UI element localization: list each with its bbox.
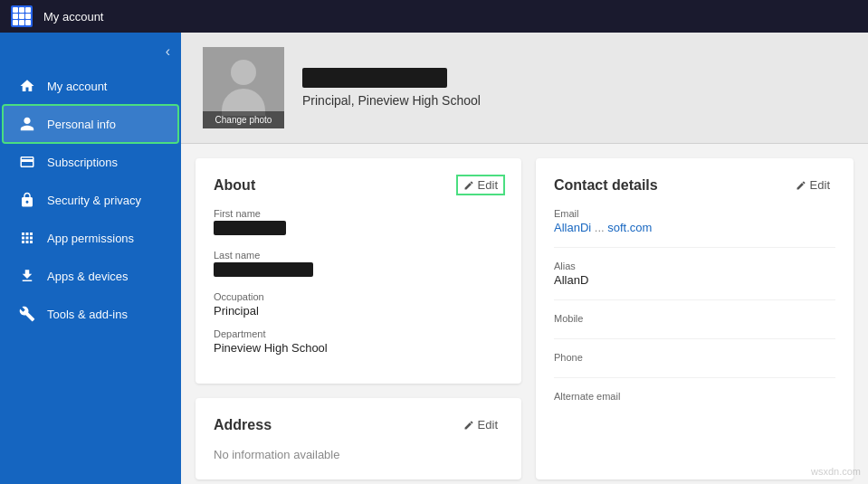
address-no-info: No information available bbox=[214, 448, 503, 461]
change-photo-button[interactable]: Change photo bbox=[203, 111, 284, 128]
sidebar-item-label-tools: Tools & add-ins bbox=[47, 308, 128, 321]
first-name-label: First name bbox=[214, 208, 503, 219]
department-value: Pineview High School bbox=[214, 341, 503, 355]
department-field: Department Pineview High School bbox=[214, 328, 503, 355]
sidebar-item-label-security: Security & privacy bbox=[47, 194, 141, 207]
download-icon bbox=[18, 267, 36, 285]
sidebar-item-label-personal-info: Personal info bbox=[47, 118, 116, 131]
about-edit-button[interactable]: Edit bbox=[458, 176, 503, 194]
address-title: Address bbox=[214, 417, 272, 433]
avatar-head bbox=[231, 60, 256, 85]
profile-name-redacted bbox=[302, 68, 447, 88]
sidebar-item-my-account[interactable]: My account bbox=[4, 68, 177, 104]
sidebar-item-personal-info[interactable]: Personal info bbox=[4, 106, 177, 142]
profile-name-section: Principal, Pineview High School bbox=[302, 68, 481, 108]
home-icon bbox=[18, 77, 36, 95]
email-label: Email bbox=[554, 208, 835, 219]
pencil-contact-icon bbox=[796, 180, 806, 191]
sidebar-collapse-area: ‹ bbox=[0, 40, 181, 67]
mobile-field: Mobile bbox=[554, 313, 835, 339]
pencil-icon bbox=[463, 180, 474, 191]
last-name-label: Last name bbox=[214, 250, 503, 261]
contact-card: Contact details Edit Email AllanDi ... s bbox=[536, 158, 854, 479]
profile-subtitle: Principal, Pineview High School bbox=[302, 93, 481, 108]
first-name-field: First name bbox=[214, 208, 503, 239]
about-edit-label: Edit bbox=[478, 178, 498, 192]
phone-field: Phone bbox=[554, 352, 835, 378]
sidebar-item-app-permissions[interactable]: App permissions bbox=[4, 220, 177, 256]
alias-label: Alias bbox=[554, 261, 835, 271]
sidebar-item-apps-devices[interactable]: Apps & devices bbox=[4, 258, 177, 294]
sidebar-item-security[interactable]: Security & privacy bbox=[4, 182, 177, 218]
left-cards: About Edit First name bbox=[196, 158, 521, 479]
alias-field: Alias AllanD bbox=[554, 261, 835, 300]
email-ellipsis: ... bbox=[595, 221, 605, 234]
alternate-email-field: Alternate email bbox=[554, 391, 835, 416]
title-bar: My account bbox=[0, 0, 868, 33]
address-edit-button[interactable]: Edit bbox=[458, 416, 503, 433]
avatar-person-icon bbox=[222, 60, 265, 116]
contact-card-header: Contact details Edit bbox=[554, 176, 835, 194]
apps-icon bbox=[18, 229, 36, 247]
address-card-header: Address Edit bbox=[214, 416, 503, 433]
profile-header: Change photo Principal, Pineview High Sc… bbox=[181, 33, 868, 144]
occupation-value: Principal bbox=[214, 304, 503, 318]
mobile-label: Mobile bbox=[554, 313, 835, 324]
sidebar-item-label-apps-devices: Apps & devices bbox=[47, 270, 129, 283]
sidebar-item-tools[interactable]: Tools & add-ins bbox=[4, 296, 177, 332]
address-card: Address Edit No information available bbox=[196, 398, 521, 479]
contact-edit-button[interactable]: Edit bbox=[790, 176, 835, 194]
person-icon bbox=[18, 115, 36, 133]
sidebar-item-subscriptions[interactable]: Subscriptions bbox=[4, 144, 177, 180]
avatar-container: Change photo bbox=[203, 47, 284, 128]
alias-value: AllanD bbox=[554, 273, 835, 287]
email-part1: AllanDi bbox=[554, 221, 591, 234]
occupation-field: Occupation Principal bbox=[214, 291, 503, 318]
email-field: Email AllanDi ... soft.com bbox=[554, 208, 835, 248]
last-name-field: Last name bbox=[214, 250, 503, 280]
app-title: My account bbox=[43, 10, 103, 24]
wrench-icon bbox=[18, 305, 36, 323]
main-layout: ‹ My account Personal info bbox=[0, 33, 868, 484]
email-value: AllanDi ... soft.com bbox=[554, 221, 835, 234]
sidebar-item-label-my-account: My account bbox=[47, 80, 107, 93]
card-icon bbox=[18, 153, 36, 171]
sidebar-item-label-subscriptions: Subscriptions bbox=[47, 156, 118, 169]
lock-icon bbox=[18, 191, 36, 209]
about-card-header: About Edit bbox=[214, 176, 503, 194]
occupation-label: Occupation bbox=[214, 291, 503, 302]
content-area: Change photo Principal, Pineview High Sc… bbox=[181, 33, 868, 484]
windows-grid-icon[interactable] bbox=[11, 5, 33, 27]
contact-title: Contact details bbox=[554, 177, 658, 194]
alternate-email-label: Alternate email bbox=[554, 391, 835, 402]
pencil-address-icon bbox=[463, 420, 474, 431]
sidebar-item-label-app-permissions: App permissions bbox=[47, 232, 134, 245]
email-part2: soft.com bbox=[607, 221, 652, 234]
first-name-value-redacted bbox=[214, 221, 286, 235]
last-name-value-redacted bbox=[214, 262, 313, 277]
address-edit-label: Edit bbox=[478, 418, 498, 432]
about-card: About Edit First name bbox=[196, 158, 521, 384]
contact-edit-label: Edit bbox=[810, 178, 830, 192]
department-label: Department bbox=[214, 328, 503, 339]
about-title: About bbox=[214, 177, 255, 194]
phone-label: Phone bbox=[554, 352, 835, 363]
cards-area: About Edit First name bbox=[181, 144, 868, 484]
sidebar-collapse-button[interactable]: ‹ bbox=[166, 43, 170, 60]
sidebar: ‹ My account Personal info bbox=[0, 33, 181, 484]
